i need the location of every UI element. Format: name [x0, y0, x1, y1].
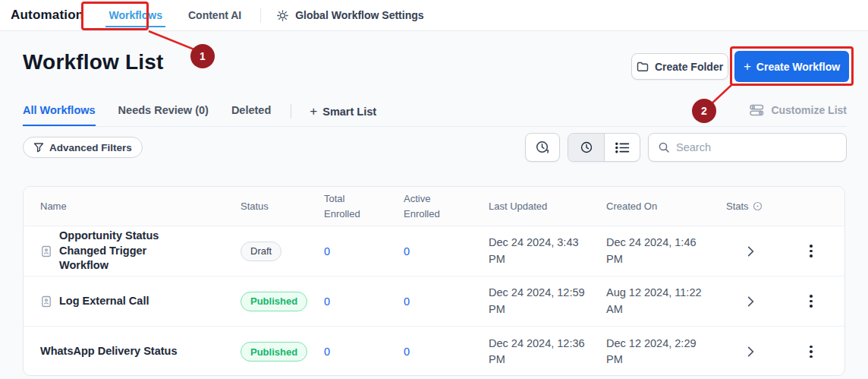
status-badge: Published — [241, 292, 307, 311]
tab-deleted[interactable]: Deleted — [231, 104, 271, 125]
tab-workflows[interactable]: Workflows — [96, 0, 175, 30]
chevron-right-icon[interactable] — [747, 246, 754, 257]
stats-cell — [726, 346, 788, 357]
workflow-table-card: Name Status Total Enrolled Active Enroll… — [23, 186, 845, 376]
workflow-name-link[interactable]: WhatsApp Delivery Status — [40, 344, 178, 359]
table-row[interactable]: WhatsApp Delivery Status Published 0 0 D… — [24, 327, 844, 376]
customize-columns-icon — [750, 104, 764, 116]
tab-content-ai-label: Content AI — [188, 9, 241, 21]
divider — [260, 8, 261, 23]
status-cell: Published — [241, 342, 324, 362]
topnav-tabs: Workflows Content AI — [96, 0, 254, 30]
annotation-step-1-badge: 1 — [190, 44, 215, 68]
row-actions-cell — [788, 292, 844, 311]
smart-list-button[interactable]: + Smart List — [310, 104, 376, 127]
column-header-status: Status — [241, 199, 324, 214]
customize-list-label: Customize List — [771, 104, 847, 116]
active-enrolled-cell: 0 — [404, 295, 489, 308]
create-folder-button[interactable]: Create Folder — [631, 53, 728, 80]
last-updated-cell: Dec 24 2024, 12:36 PM — [489, 336, 589, 368]
active-enrolled-link[interactable]: 0 — [404, 245, 410, 257]
column-header-stats: Stats — [726, 199, 788, 214]
total-enrolled-link[interactable]: 0 — [324, 346, 330, 358]
customize-list-button[interactable]: Customize List — [750, 104, 847, 124]
toolbar-right-group — [525, 133, 847, 162]
page-title: Workflow List — [23, 50, 164, 74]
create-workflow-button[interactable]: + Create Workflow — [734, 51, 849, 82]
folder-icon — [637, 62, 649, 72]
list-tabs-row: All Workflows Needs Review (0) Deleted +… — [23, 104, 847, 127]
plus-icon: + — [310, 104, 317, 119]
workflow-name-cell: Opportunity Status Changed Trigger Workf… — [24, 229, 241, 273]
workflow-name-link[interactable]: Log External Call — [59, 294, 149, 309]
table-header-row: Name Status Total Enrolled Active Enroll… — [24, 187, 844, 226]
tab-content-ai[interactable]: Content AI — [175, 0, 254, 30]
search-input[interactable] — [676, 141, 837, 153]
workflow-name-cell: WhatsApp Delivery Status — [24, 344, 241, 359]
total-enrolled-cell: 0 — [324, 295, 404, 308]
active-tab-underline — [105, 26, 165, 27]
column-header-created-on: Created On — [606, 199, 726, 214]
tab-all-workflows[interactable]: All Workflows — [23, 104, 96, 126]
status-cell: Published — [241, 292, 324, 311]
table-row[interactable]: Opportunity Status Changed Trigger Workf… — [24, 226, 844, 276]
workflow-document-icon — [40, 295, 52, 308]
kebab-menu-icon[interactable] — [807, 343, 816, 362]
table-row[interactable]: Log External Call Published 0 0 Dec 24 2… — [24, 276, 844, 327]
stats-cell — [726, 296, 788, 307]
total-enrolled-cell: 0 — [324, 245, 404, 258]
top-navigation-bar: Automation Workflows Content AI Global W… — [0, 0, 868, 31]
global-workflow-settings-label: Global Workflow Settings — [295, 9, 423, 21]
column-header-last-updated: Last Updated — [489, 199, 606, 214]
row-actions-cell — [788, 343, 844, 362]
chevron-right-icon[interactable] — [747, 296, 754, 307]
status-badge: Published — [241, 342, 307, 362]
tab-workflows-label: Workflows — [108, 9, 162, 21]
created-on-cell: Aug 12 2024, 11:22 AM — [606, 285, 706, 317]
create-folder-label: Create Folder — [655, 61, 723, 73]
active-enrolled-link[interactable]: 0 — [404, 295, 410, 308]
total-enrolled-link[interactable]: 0 — [324, 245, 330, 257]
last-updated-cell: Dec 24 2024, 12:59 PM — [489, 285, 589, 317]
active-enrolled-cell: 0 — [404, 345, 489, 358]
active-enrolled-link[interactable]: 0 — [404, 346, 410, 358]
chevron-right-icon[interactable] — [747, 346, 754, 357]
smart-list-label: Smart List — [322, 106, 376, 118]
kebab-menu-icon[interactable] — [807, 242, 816, 261]
gear-icon — [276, 9, 289, 22]
column-header-active-enrolled: Active Enrolled — [404, 191, 457, 221]
row-actions-cell — [788, 242, 844, 261]
total-enrolled-link[interactable]: 0 — [324, 295, 330, 308]
info-icon[interactable] — [753, 201, 763, 211]
tab-needs-review[interactable]: Needs Review (0) — [118, 104, 209, 125]
stats-cell — [726, 246, 788, 257]
clock-icon — [580, 141, 593, 154]
total-enrolled-cell: 0 — [324, 345, 404, 358]
active-enrolled-cell: 0 — [404, 245, 489, 258]
create-workflow-label: Create Workflow — [756, 61, 840, 73]
search-box — [648, 133, 847, 162]
created-on-cell: Dec 12 2024, 2:29 PM — [606, 336, 706, 368]
list-view-toggle[interactable] — [604, 134, 640, 161]
divider — [291, 104, 291, 118]
workflow-document-icon — [40, 245, 52, 257]
column-header-total-enrolled: Total Enrolled — [324, 191, 377, 221]
advanced-filters-button[interactable]: Advanced Filters — [23, 137, 143, 158]
column-header-name: Name — [24, 199, 241, 214]
search-icon — [658, 141, 670, 153]
list-icon — [615, 142, 630, 153]
history-clock-icon — [535, 140, 550, 155]
recent-view-toggle[interactable] — [568, 134, 604, 161]
workflow-name-link[interactable]: Opportunity Status Changed Trigger Workf… — [59, 229, 196, 273]
plus-icon: + — [744, 60, 751, 73]
workflow-name-cell: Log External Call — [24, 294, 241, 309]
created-on-cell: Dec 24 2024, 1:46 PM — [606, 235, 706, 267]
last-updated-cell: Dec 24 2024, 3:43 PM — [489, 235, 589, 267]
status-cell: Draft — [241, 242, 324, 261]
stats-label: Stats — [726, 199, 749, 214]
global-workflow-settings-button[interactable]: Global Workflow Settings — [267, 0, 432, 30]
funnel-icon — [33, 142, 44, 153]
history-button[interactable] — [525, 133, 560, 162]
status-badge: Draft — [241, 242, 281, 261]
kebab-menu-icon[interactable] — [807, 292, 816, 311]
